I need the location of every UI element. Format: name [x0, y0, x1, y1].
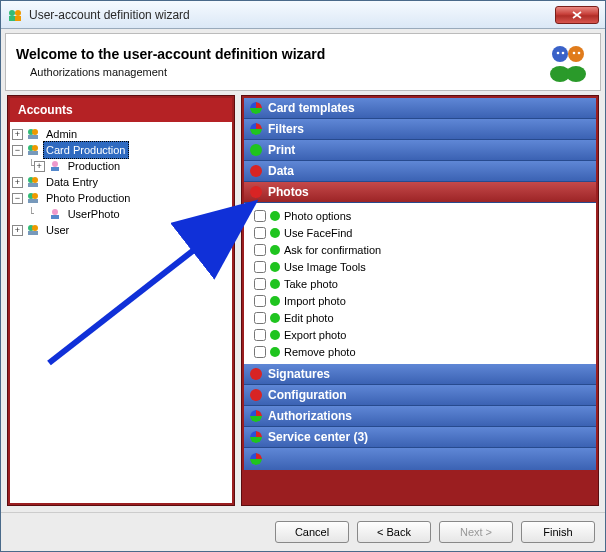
wizard-window: User-account definition wizard Welcome t… — [0, 0, 606, 552]
svg-point-10 — [573, 52, 576, 55]
tree-node-photo-production[interactable]: − Photo Production — [12, 190, 230, 206]
red-dot-icon — [250, 368, 262, 380]
svg-point-29 — [32, 225, 38, 231]
svg-point-13 — [32, 129, 38, 135]
perm-checkbox[interactable] — [254, 227, 266, 239]
perm-row[interactable]: Edit photo — [254, 309, 590, 326]
green-dot-icon — [270, 313, 280, 323]
green-dot-icon — [270, 330, 280, 340]
green-dot-icon — [270, 211, 280, 221]
perm-row[interactable]: Take photo — [254, 275, 590, 292]
green-dot-icon — [270, 262, 280, 272]
category-photos[interactable]: Photos — [244, 182, 596, 203]
user-icon — [48, 207, 62, 221]
group-icon — [26, 143, 40, 157]
perm-row[interactable]: Use Image Tools — [254, 258, 590, 275]
perm-row[interactable]: Use FaceFind — [254, 224, 590, 241]
group-icon — [26, 175, 40, 189]
svg-point-11 — [578, 52, 581, 55]
category-filters[interactable]: Filters — [244, 119, 596, 140]
svg-rect-19 — [51, 167, 59, 171]
red-dot-icon — [250, 389, 262, 401]
category-service-center[interactable]: Service center (3) — [244, 427, 596, 448]
perm-checkbox[interactable] — [254, 244, 266, 256]
tree-node-production[interactable]: └ + Production — [12, 158, 230, 174]
app-icon — [7, 7, 23, 23]
svg-point-21 — [32, 177, 38, 183]
tree-node-card-production[interactable]: − Card Production — [12, 142, 230, 158]
collapse-icon[interactable]: − — [12, 193, 23, 204]
category-data[interactable]: Data — [244, 161, 596, 182]
svg-point-18 — [52, 161, 58, 167]
accounts-tree[interactable]: + Admin − Card Production └ + Production… — [10, 122, 232, 503]
perm-checkbox[interactable] — [254, 312, 266, 324]
perm-row[interactable]: Remove photo — [254, 343, 590, 360]
category-authorizations[interactable]: Authorizations — [244, 406, 596, 427]
group-icon — [26, 191, 40, 205]
svg-point-4 — [552, 46, 568, 62]
tree-node-user[interactable]: + User — [12, 222, 230, 238]
green-dot-icon — [270, 279, 280, 289]
tri-dot-icon — [250, 453, 262, 465]
tri-dot-icon — [250, 102, 262, 114]
group-icon — [26, 127, 40, 141]
photos-permissions-list[interactable]: Photo options Use FaceFind Ask for confi… — [244, 203, 596, 364]
expand-icon[interactable]: + — [12, 129, 23, 140]
tri-dot-icon — [250, 431, 262, 443]
red-dot-icon — [250, 165, 262, 177]
svg-point-5 — [568, 46, 584, 62]
close-icon — [572, 11, 582, 19]
users-icon — [546, 42, 590, 82]
green-dot-icon — [270, 228, 280, 238]
svg-point-9 — [562, 52, 565, 55]
perm-checkbox[interactable] — [254, 329, 266, 341]
perm-checkbox[interactable] — [254, 210, 266, 222]
next-button[interactable]: Next > — [439, 521, 513, 543]
perm-row[interactable]: Import photo — [254, 292, 590, 309]
category-extra[interactable] — [244, 448, 596, 470]
tree-node-user-photo[interactable]: └ UserPhoto — [12, 206, 230, 222]
tree-node-admin[interactable]: + Admin — [12, 126, 230, 142]
category-signatures[interactable]: Signatures — [244, 364, 596, 385]
expand-icon[interactable]: + — [34, 161, 45, 172]
expand-icon[interactable]: + — [12, 225, 23, 236]
perm-checkbox[interactable] — [254, 261, 266, 273]
back-button[interactable]: < Back — [357, 521, 431, 543]
wizard-buttons: Cancel < Back Next > Finish — [1, 512, 605, 551]
expand-icon[interactable]: + — [12, 177, 23, 188]
svg-point-7 — [566, 66, 586, 82]
svg-rect-25 — [28, 199, 38, 203]
cancel-button[interactable]: Cancel — [275, 521, 349, 543]
close-button[interactable] — [555, 6, 599, 24]
green-dot-icon — [270, 245, 280, 255]
green-dot-icon — [250, 144, 262, 156]
group-icon — [26, 223, 40, 237]
finish-button[interactable]: Finish — [521, 521, 595, 543]
svg-rect-27 — [51, 215, 59, 219]
svg-point-0 — [9, 10, 15, 16]
svg-rect-2 — [9, 16, 15, 21]
svg-point-8 — [557, 52, 560, 55]
svg-point-1 — [15, 10, 21, 16]
tree-node-data-entry[interactable]: + Data Entry — [12, 174, 230, 190]
category-print[interactable]: Print — [244, 140, 596, 161]
perm-row[interactable]: Photo options — [254, 207, 590, 224]
perm-checkbox[interactable] — [254, 278, 266, 290]
category-configuration[interactable]: Configuration — [244, 385, 596, 406]
svg-rect-30 — [28, 231, 38, 235]
collapse-icon[interactable]: − — [12, 145, 23, 156]
svg-rect-22 — [28, 183, 38, 187]
perm-checkbox[interactable] — [254, 295, 266, 307]
perm-checkbox[interactable] — [254, 346, 266, 358]
green-dot-icon — [270, 296, 280, 306]
tri-dot-icon — [250, 123, 262, 135]
tri-dot-icon — [250, 410, 262, 422]
perm-row[interactable]: Export photo — [254, 326, 590, 343]
user-icon — [48, 159, 62, 173]
titlebar: User-account definition wizard — [1, 1, 605, 29]
green-dot-icon — [270, 347, 280, 357]
header-subtitle: Authorizations management — [30, 66, 536, 78]
perm-row[interactable]: Ask for confirmation — [254, 241, 590, 258]
category-card-templates[interactable]: Card templates — [244, 98, 596, 119]
svg-point-24 — [32, 193, 38, 199]
